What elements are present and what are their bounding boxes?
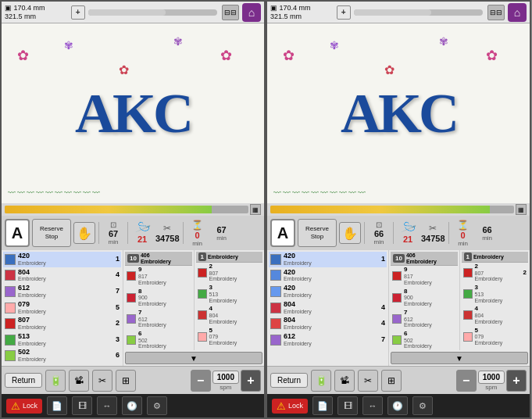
hand-btn-right[interactable]: ✋	[339, 222, 361, 244]
coord-x-right: ▣ 170.4 mm	[270, 4, 335, 13]
letter-a-btn-right[interactable]: A	[270, 219, 295, 247]
thread-item[interactable]: 3 513Embroidery	[462, 284, 529, 304]
thread-color	[463, 332, 473, 342]
thread-item[interactable]: 804 Embroidery 4	[269, 300, 387, 316]
thread-item[interactable]: 420 Embroidery	[269, 268, 387, 284]
media-icon-left[interactable]: 🎞	[72, 396, 92, 415]
vine-left: 〰〰〰〰〰〰〰〰〰〰	[8, 188, 258, 197]
right-panel: ▣ 170.4 mm 321.5 mm + ⊟⊟ ⌂ AKC ✿ ✾ ✿ ✾ ✿…	[266, 0, 531, 419]
thread-info: 3 513Embroidery	[209, 285, 237, 303]
thread-info: 9 817Embroidery	[138, 267, 166, 285]
thread-item[interactable]: 6 502Embroidery	[391, 330, 458, 350]
thread-item[interactable]: 8 900Embroidery	[391, 288, 458, 308]
return-btn-right[interactable]: Return	[270, 373, 308, 388]
needle-tool-icon-left[interactable]: ✂	[92, 370, 112, 392]
spm-group-right: − 1000 spm +	[456, 370, 527, 392]
hand-btn-left[interactable]: ✋	[73, 222, 95, 244]
thread-item[interactable]: 6 502Embroidery	[125, 330, 192, 350]
needle-tool-icon-right[interactable]: ✂	[358, 370, 378, 392]
file-icon-right[interactable]: 📄	[312, 396, 333, 415]
spm-plus-right[interactable]: +	[506, 370, 527, 392]
total-time-right: 66	[482, 225, 491, 235]
thread-item[interactable]: 612 Embroidery 7	[3, 284, 121, 299]
thread-item[interactable]: 807 Embroidery 2	[3, 316, 121, 331]
slider-track-right[interactable]	[354, 9, 483, 16]
thread-item[interactable]: 079 Embroidery 5	[3, 300, 121, 316]
col-header2-right: 1 Embroidery	[462, 252, 529, 263]
thread-col2-left: 1 Embroidery 2 807Embroidery 3	[195, 250, 265, 350]
film-icon-right[interactable]: 📽	[334, 370, 355, 392]
thread-item[interactable]: 804 Embroidery 4	[269, 316, 387, 331]
battery-icon-left[interactable]: 🔋	[45, 370, 66, 392]
flower-right-top: ✾	[173, 35, 183, 48]
clock-icon-left[interactable]: 🕐	[122, 396, 142, 415]
thread-item[interactable]: 4 804Embroidery	[462, 305, 529, 325]
return-btn-left[interactable]: Return	[5, 373, 42, 388]
thread-item[interactable]: 9 817Embroidery	[391, 266, 458, 286]
thread-info: 3 513Embroidery	[475, 285, 503, 303]
reserve-stop-btn-right[interactable]: Reserve Stop	[298, 219, 337, 247]
battery-icon-right[interactable]: 🔋	[311, 370, 331, 392]
slider-track-left[interactable]	[88, 9, 217, 16]
home-btn-right[interactable]: ⌂	[508, 3, 527, 22]
scroll-down-btn-left[interactable]: ▼	[125, 352, 262, 364]
file-icon-left[interactable]: 📄	[47, 396, 67, 415]
settings-icon-right[interactable]: ⚙	[412, 396, 433, 415]
reserve-stop-btn-left[interactable]: Reserve Stop	[32, 219, 71, 247]
control-row-left: A Reserve Stop ✋ ⊡ 67 min 🪡 21 ✂ 34758 ⏳…	[2, 216, 264, 250]
thread-item[interactable]: 5 079Embroidery	[462, 327, 529, 347]
canvas-right: AKC ✿ ✾ ✿ ✾ ✿ 〰〰〰〰〰〰〰〰〰〰	[267, 23, 530, 203]
lock-btn-right[interactable]: ⚠ Lock	[272, 399, 308, 414]
nav-icon-right[interactable]: ↔	[362, 396, 383, 415]
flower-left-mid: ✾	[64, 39, 73, 52]
thread-item[interactable]: 5 079Embroidery	[196, 327, 263, 347]
home-btn-left[interactable]: ⌂	[242, 3, 261, 22]
thread-info: 7 612Embroidery	[138, 310, 166, 328]
spm-minus-left[interactable]: −	[191, 370, 211, 392]
flower-left-top: ✿	[17, 47, 29, 64]
hourglass-icon-right: ⏳	[457, 220, 469, 231]
thread-item[interactable]: 9 817Embroidery	[125, 266, 192, 286]
letter-a-btn-left[interactable]: A	[5, 219, 30, 247]
thread-item[interactable]: 8 900Embroidery	[125, 288, 192, 308]
stitch-count-val-left: 67	[109, 229, 118, 238]
media-icon-right[interactable]: 🎞	[337, 396, 358, 415]
needle-icon-left: 🪡	[134, 220, 150, 237]
settings-icon-left[interactable]: ⚙	[147, 396, 167, 415]
zoom-plus-left[interactable]: +	[71, 5, 85, 20]
zoom-plus-right[interactable]: +	[337, 5, 351, 20]
thread-color	[5, 254, 16, 265]
thread-item[interactable]: 420 Embroidery 1	[269, 252, 387, 267]
thread-item[interactable]: 420 Embroidery	[269, 284, 387, 299]
clock-icon-right[interactable]: 🕐	[387, 396, 408, 415]
thread-item[interactable]: 502 Embroidery 6	[3, 348, 121, 363]
thread-item[interactable]: 3 513Embroidery	[196, 284, 263, 304]
thread-item[interactable]: 612 Embroidery 7	[269, 332, 387, 348]
thread-item[interactable]: 7 612Embroidery	[391, 309, 458, 329]
top-bar-left: ▣ 170.4 mm 321.5 mm + ⊟⊟ ⌂	[2, 2, 264, 23]
thread-item[interactable]: 420 Embroidery 1	[3, 252, 121, 267]
thread-item[interactable]: 4 804Embroidery	[196, 305, 263, 325]
divider1-right	[364, 222, 365, 244]
stitch-tool-icon-right[interactable]: ⊞	[381, 370, 402, 392]
flower-center: ✿	[119, 63, 129, 77]
thread-item[interactable]: 7 612Embroidery	[125, 309, 192, 329]
lock-btn-left[interactable]: ⚠ Lock	[6, 399, 42, 414]
spm-minus-right[interactable]: −	[456, 370, 477, 392]
thread-item[interactable]: 513 Embroidery 3	[3, 332, 121, 348]
progress-fill-right	[270, 206, 490, 213]
thread-item[interactable]: 2 807Embroidery 2	[462, 263, 529, 283]
thread-item[interactable]: 2 807Embroidery	[196, 263, 263, 283]
scroll-down-btn-right[interactable]: ▼	[391, 352, 528, 364]
needle-icon-right: 🪡	[399, 220, 416, 237]
film-icon-left[interactable]: 📽	[69, 370, 89, 392]
scissors-stat-left: ✂ 34758	[155, 223, 180, 243]
progress-track-right	[270, 206, 514, 213]
nav-icon-left[interactable]: ↔	[97, 396, 117, 415]
thread-color	[198, 332, 207, 342]
thread-item[interactable]: 804 Embroidery 4	[3, 268, 121, 284]
thread-color	[392, 314, 402, 324]
thread-color	[5, 350, 16, 361]
spm-plus-left[interactable]: +	[241, 370, 261, 392]
stitch-tool-icon-left[interactable]: ⊞	[116, 370, 136, 392]
